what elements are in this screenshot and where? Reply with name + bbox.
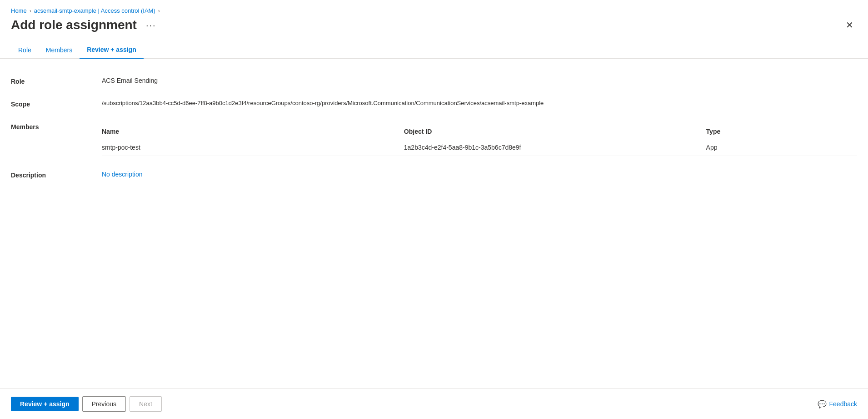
breadcrumb-iam[interactable]: acsemail-smtp-example | Access control (… — [34, 7, 155, 14]
footer: Review + assign Previous Next 💬 Feedback — [0, 389, 868, 419]
members-table-header-row: Name Object ID Type — [102, 124, 857, 139]
previous-button[interactable]: Previous — [82, 396, 126, 412]
col-header-type: Type — [706, 124, 857, 139]
table-row: smtp-poc-test 1a2b3c4d-e2f4-5aa8-9b1c-3a… — [102, 139, 857, 156]
breadcrumb-home[interactable]: Home — [11, 7, 27, 14]
panel: Home › acsemail-smtp-example | Access co… — [0, 0, 868, 419]
description-value: No description — [102, 171, 857, 178]
tab-members[interactable]: Members — [39, 41, 80, 58]
ellipsis-button[interactable]: ··· — [142, 18, 160, 32]
description-field-row: Description No description — [11, 163, 857, 186]
member-name: smtp-poc-test — [102, 139, 404, 156]
members-table: Name Object ID Type smtp-poc-test 1a2b3c… — [102, 124, 857, 156]
feedback-icon: 💬 — [818, 400, 827, 409]
feedback-label: Feedback — [829, 400, 857, 408]
role-field-row: Role ACS Email Sending — [11, 70, 857, 92]
next-button: Next — [130, 396, 162, 412]
scope-value: /subscriptions/12aa3bb4-cc5d-d6ee-7ff8-a… — [102, 100, 857, 106]
members-field-row: Members Name Object ID Type smtp-poc-tes… — [11, 115, 857, 163]
members-label: Members — [11, 122, 102, 131]
close-button[interactable]: ✕ — [842, 19, 857, 31]
col-header-name: Name — [102, 124, 404, 139]
role-label: Role — [11, 77, 102, 85]
col-header-objectid: Object ID — [404, 124, 706, 139]
header-row: Add role assignment ··· ✕ — [0, 14, 868, 32]
description-label: Description — [11, 171, 102, 179]
member-type: App — [706, 139, 857, 156]
tab-role[interactable]: Role — [11, 41, 39, 58]
footer-left: Review + assign Previous Next — [11, 396, 162, 412]
member-object-id: 1a2b3c4d-e2f4-5aa8-9b1c-3a5b6c7d8e9f — [404, 139, 706, 156]
content-area: Role ACS Email Sending Scope /subscripti… — [0, 59, 868, 389]
feedback-button[interactable]: 💬 Feedback — [818, 400, 857, 409]
review-assign-button[interactable]: Review + assign — [11, 397, 79, 411]
tabs-row: Role Members Review + assign — [0, 32, 868, 59]
breadcrumb-separator-1: › — [30, 8, 31, 14]
page-title: Add role assignment — [11, 18, 137, 32]
role-value: ACS Email Sending — [102, 77, 857, 84]
breadcrumb: Home › acsemail-smtp-example | Access co… — [0, 0, 868, 14]
tab-review-assign[interactable]: Review + assign — [80, 41, 144, 59]
members-section: Name Object ID Type smtp-poc-test 1a2b3c… — [102, 122, 857, 156]
breadcrumb-separator-2: › — [158, 8, 160, 14]
scope-label: Scope — [11, 100, 102, 108]
scope-field-row: Scope /subscriptions/12aa3bb4-cc5d-d6ee-… — [11, 92, 857, 115]
